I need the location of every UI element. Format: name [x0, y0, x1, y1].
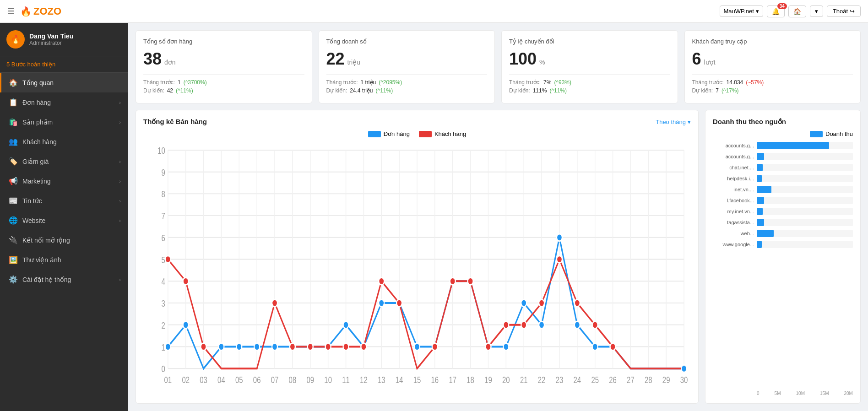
- nav-item-left: 👥 Khách hàng: [9, 137, 57, 146]
- sidebar-item-cai-dat[interactable]: ⚙️ Cài đặt hệ thống ›: [0, 270, 128, 289]
- stat-row: Tháng trước: 7% (^93%): [509, 79, 670, 86]
- svg-text:7: 7: [162, 211, 165, 222]
- svg-point-113: [308, 343, 313, 351]
- stat-card-title: Tỷ lệ chuyển đổi: [509, 38, 670, 45]
- nav-item-left: 📢 Marketing: [9, 177, 50, 185]
- notification-button[interactable]: 🔔34: [767, 5, 785, 17]
- stat-val: 24.4 triệu: [350, 87, 373, 94]
- sidebar-item-website[interactable]: 🌐 Website ›: [0, 211, 128, 230]
- home-button[interactable]: 🏠: [788, 5, 806, 17]
- nav-chevron-website: ›: [119, 218, 121, 223]
- steps-bar[interactable]: 5 Bước hoàn thiện: [0, 56, 128, 73]
- svg-text:25: 25: [591, 375, 599, 385]
- rev-bar-wrap: [757, 186, 853, 193]
- svg-point-112: [290, 343, 295, 351]
- sidebar-item-tin-tuc[interactable]: 📰 Tin tức ›: [0, 191, 128, 211]
- nav-item-left: 📰 Tin tức: [9, 196, 42, 205]
- revenue-axis: 05M10M15M20M: [713, 391, 853, 396]
- rev-axis-label: 15M: [820, 391, 829, 396]
- nav-icon-san-pham: 🛍️: [9, 118, 18, 126]
- chart-filter[interactable]: Theo tháng ▾: [656, 119, 691, 125]
- stat-change: (^93%): [554, 79, 571, 86]
- svg-point-127: [575, 299, 580, 307]
- sidebar-item-giam-gia[interactable]: 🏷️ Giảm giá ›: [0, 151, 128, 171]
- nav-icon-khach-hang: 👥: [9, 137, 18, 146]
- nav-label-san-pham: Sản phẩm: [22, 119, 53, 126]
- rev-bar: [757, 197, 764, 204]
- svg-text:27: 27: [627, 375, 635, 385]
- nav-label-tin-tuc: Tin tức: [22, 197, 42, 205]
- bottom-section: Thống kê Bán hàng Theo tháng ▾ Đơn hàng …: [136, 110, 861, 404]
- logo-text: ZOZO: [33, 5, 61, 17]
- site-select[interactable]: MauWP.net ▾: [720, 5, 763, 17]
- stat-divider: [692, 74, 853, 75]
- sidebar-item-don-hang[interactable]: 📋 Đơn hàng ›: [0, 92, 128, 112]
- notification-badge: 34: [777, 3, 787, 9]
- revenue-title: Doanh thu theo nguồn: [713, 118, 853, 126]
- rev-bar: [757, 164, 763, 171]
- svg-point-107: [681, 365, 687, 372]
- svg-text:16: 16: [431, 375, 439, 385]
- chart-header: Thống kê Bán hàng Theo tháng ▾: [143, 118, 691, 126]
- svg-text:07: 07: [271, 375, 279, 385]
- rev-bar: [757, 186, 771, 193]
- legend-khach-hang: Khách hàng: [419, 130, 466, 137]
- svg-text:24: 24: [574, 375, 581, 385]
- nav-label-cai-dat: Cài đặt hệ thống: [22, 276, 71, 283]
- sales-chart-card: Thống kê Bán hàng Theo tháng ▾ Đơn hàng …: [136, 110, 699, 404]
- sidebar-item-san-pham[interactable]: 🛍️ Sản phẩm ›: [0, 112, 128, 132]
- nav-label-thu-vien: Thư viện ảnh: [22, 256, 61, 264]
- nav-label-don-hang: Đơn hàng: [22, 99, 51, 106]
- stat-label: Tháng trước:: [692, 79, 724, 86]
- stat-card-title: Tổng doanh số: [326, 38, 488, 45]
- svg-point-87: [272, 343, 277, 351]
- stat-card-title: Tổng số đơn hàng: [143, 38, 304, 45]
- svg-point-129: [610, 343, 616, 351]
- logo-icon: 🔥: [20, 6, 32, 17]
- rev-source-label: tagassista...: [713, 220, 754, 225]
- rev-axis-label: 0: [757, 391, 760, 396]
- svg-text:30: 30: [680, 375, 688, 385]
- logout-button[interactable]: Thoát ↪: [827, 5, 861, 17]
- stat-val: 14.034: [727, 79, 743, 86]
- rev-bar-wrap: [757, 164, 853, 171]
- stat-card-doanh-so: Tổng doanh số 22 triệu Tháng trước: 1 tr…: [319, 30, 495, 103]
- svg-text:13: 13: [378, 375, 385, 385]
- menu-icon[interactable]: ☰: [7, 6, 15, 16]
- user-role: Administrator: [29, 40, 73, 46]
- svg-text:12: 12: [360, 375, 368, 385]
- sidebar-item-khach-hang[interactable]: 👥 Khách hàng: [0, 132, 128, 151]
- stat-card-don-hang: Tổng số đơn hàng 38 đơn Tháng trước: 1 (…: [136, 30, 312, 103]
- rev-axis-label: 10M: [796, 391, 805, 396]
- svg-point-124: [521, 321, 526, 329]
- svg-text:03: 03: [200, 375, 207, 385]
- main-content: Tổng số đơn hàng 38 đơn Tháng trước: 1 (…: [128, 23, 868, 411]
- sidebar-item-ket-noi[interactable]: 🔌 Kết nối mở rộng: [0, 230, 128, 250]
- sidebar-item-thu-vien[interactable]: 🖼️ Thư viện ảnh: [0, 250, 128, 270]
- stat-row: Dự kiến: 111% (^11%): [509, 87, 670, 94]
- rev-bar-wrap: [757, 175, 853, 182]
- svg-text:26: 26: [609, 375, 617, 385]
- topnav: ☰ 🔥 ZOZO MauWP.net ▾ 🔔34 🏠 ▾ Thoát ↪: [0, 0, 868, 23]
- rev-source-label: www.google...: [713, 242, 754, 247]
- arrow-button[interactable]: ▾: [810, 5, 823, 17]
- sidebar-item-marketing[interactable]: 📢 Marketing ›: [0, 171, 128, 191]
- svg-text:6: 6: [162, 233, 165, 243]
- nav-icon-ket-noi: 🔌: [9, 236, 18, 244]
- topnav-left: ☰ 🔥 ZOZO: [7, 5, 61, 17]
- rev-row: tagassista...: [713, 219, 853, 226]
- rev-source-label: accounts.g...: [713, 154, 754, 159]
- svg-point-102: [539, 321, 544, 329]
- sidebar-item-tong-quan[interactable]: 🏠 Tổng quan: [0, 73, 128, 92]
- svg-point-111: [272, 299, 277, 307]
- rev-source-label: my.inet.vn...: [713, 209, 754, 214]
- stat-val: 7: [716, 87, 719, 94]
- rev-bar-wrap: [757, 241, 853, 248]
- rev-bar-wrap: [757, 230, 853, 237]
- svg-text:17: 17: [449, 375, 456, 385]
- svg-point-108: [165, 256, 171, 263]
- nav-container: 🏠 Tổng quan 📋 Đơn hàng › 🛍️ Sản phẩm › 👥…: [0, 73, 128, 289]
- nav-chevron-san-pham: ›: [119, 119, 121, 125]
- rev-row: helpdesk.i...: [713, 175, 853, 182]
- stat-label: Tháng trước:: [326, 79, 358, 86]
